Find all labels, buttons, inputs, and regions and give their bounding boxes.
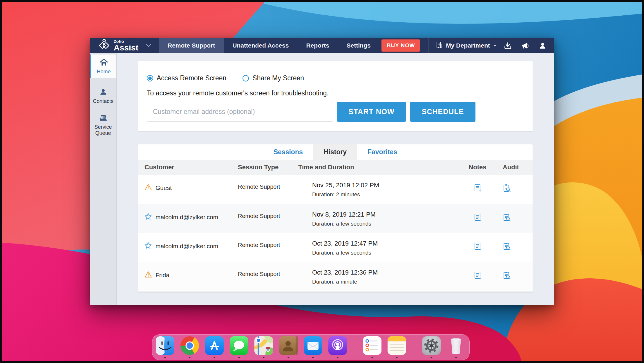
row-session-type: Remote Support bbox=[238, 242, 280, 248]
zoho-assist-window: Zoho Assist Remote Support Unattended Ac… bbox=[90, 38, 554, 305]
megaphone-icon[interactable] bbox=[516, 38, 534, 53]
running-indicator-dot bbox=[288, 357, 289, 358]
finder-icon bbox=[156, 336, 174, 355]
dock-app-mail[interactable] bbox=[304, 336, 322, 359]
trash-icon bbox=[447, 336, 465, 355]
row-time: Nov 8, 2019 12:21 PM bbox=[312, 211, 376, 218]
dock-app-contacts[interactable] bbox=[279, 336, 298, 359]
dock-app-trash[interactable] bbox=[447, 336, 465, 359]
start-now-button[interactable]: START NOW bbox=[337, 102, 406, 122]
main-content: Access Remote Screen Share My Screen To … bbox=[117, 53, 554, 305]
download-icon[interactable] bbox=[499, 38, 516, 53]
contacts-person-icon bbox=[100, 88, 107, 97]
svg-text:280: 280 bbox=[266, 349, 270, 351]
dock-app-app-store[interactable] bbox=[205, 336, 224, 359]
running-indicator-dot bbox=[455, 357, 457, 358]
brand-zoho: Zoho bbox=[114, 39, 138, 43]
audit-icon[interactable] bbox=[502, 271, 511, 280]
row-session-type: Remote Support bbox=[238, 271, 280, 277]
radio-share-my-screen[interactable]: Share My Screen bbox=[243, 74, 304, 82]
nav-tab-unattended-access[interactable]: Unattended Access bbox=[224, 38, 297, 53]
zoho-assist-logo[interactable]: Zoho Assist bbox=[90, 38, 159, 53]
service-queue-icon bbox=[99, 114, 107, 123]
running-indicator-dot bbox=[337, 357, 339, 358]
dock-app-reminders[interactable] bbox=[363, 336, 381, 359]
row-duration: Duration: 2 minutes bbox=[312, 191, 360, 198]
brand-chevron-down-icon[interactable] bbox=[146, 44, 151, 47]
row-customer: malcolm.d@zylker.com bbox=[155, 214, 218, 221]
table-row: malcolm.d@zylker.com Remote Support Oct … bbox=[138, 233, 533, 262]
table-row: malcolm.d@zylker.com Remote Support Nov … bbox=[138, 204, 533, 233]
sidebar-item-home[interactable]: Home bbox=[90, 55, 116, 78]
row-time: Oct 23, 2019 12:47 PM bbox=[312, 240, 378, 247]
nav-tabs: Remote Support Unattended Access Reports… bbox=[159, 38, 379, 53]
chrome-icon bbox=[180, 336, 199, 355]
add-note-icon[interactable] bbox=[473, 271, 482, 280]
warning-icon bbox=[144, 184, 152, 191]
radio-selected-icon bbox=[147, 75, 153, 81]
audit-icon[interactable] bbox=[502, 242, 511, 251]
dock-separator bbox=[353, 336, 357, 355]
department-selector[interactable]: My Department bbox=[428, 38, 499, 53]
user-account-icon[interactable] bbox=[534, 38, 551, 53]
col-customer: Customer bbox=[144, 160, 174, 175]
sidebar-item-service-queue[interactable]: Service Queue bbox=[90, 114, 116, 136]
sidebar-home-label: Home bbox=[97, 69, 111, 75]
col-time-duration: Time and Duration bbox=[298, 160, 354, 175]
add-note-icon[interactable] bbox=[473, 242, 482, 251]
running-indicator-dot bbox=[263, 357, 265, 358]
row-time: Nov 25, 2019 12:02 PM bbox=[312, 182, 379, 189]
history-table-header: Customer Session Type Time and Duration … bbox=[138, 160, 533, 175]
dock-app-maps[interactable]: 280 bbox=[254, 336, 273, 359]
home-icon bbox=[100, 59, 108, 67]
row-duration: Duration: a few seconds bbox=[312, 221, 371, 227]
row-customer: malcolm.d@zylker.com bbox=[155, 243, 218, 250]
radio-access-remote-screen[interactable]: Access Remote Screen bbox=[147, 74, 226, 82]
nav-tab-remote-support[interactable]: Remote Support bbox=[159, 38, 224, 53]
screen-mode-radios: Access Remote Screen Share My Screen bbox=[147, 74, 320, 82]
dock-app-podcasts[interactable] bbox=[328, 336, 347, 359]
add-note-icon[interactable] bbox=[473, 213, 482, 222]
buy-now-button[interactable]: BUY NOW bbox=[381, 39, 420, 52]
dock-app-notes[interactable] bbox=[388, 336, 406, 359]
audit-icon[interactable] bbox=[502, 213, 511, 222]
row-time: Oct 23, 2019 12:36 PM bbox=[312, 269, 378, 276]
radio-unselected-icon bbox=[243, 75, 249, 81]
reminders-icon bbox=[363, 336, 381, 355]
tab-sessions[interactable]: Sessions bbox=[263, 144, 313, 160]
star-icon[interactable] bbox=[144, 242, 152, 249]
sidebar-contacts-label: Contacts bbox=[93, 98, 113, 104]
nav-tab-reports[interactable]: Reports bbox=[297, 38, 338, 53]
session-start-card: Access Remote Screen Share My Screen To … bbox=[138, 61, 533, 131]
running-indicator-dot bbox=[312, 357, 314, 358]
dock-app-finder[interactable] bbox=[156, 336, 174, 359]
audit-icon[interactable] bbox=[502, 184, 511, 193]
dock-app-chrome[interactable] bbox=[180, 336, 199, 359]
tab-history[interactable]: History bbox=[313, 144, 357, 160]
dock-app-messages[interactable] bbox=[230, 336, 248, 359]
contacts-icon bbox=[279, 336, 298, 355]
row-customer: Guest bbox=[155, 184, 172, 191]
brand-assist: Assist bbox=[114, 44, 138, 52]
nav-tab-settings[interactable]: Settings bbox=[338, 38, 379, 53]
mail-icon bbox=[304, 336, 322, 355]
app-store-icon bbox=[205, 336, 224, 355]
dock-separator bbox=[412, 336, 416, 355]
maps-icon: 280 bbox=[254, 336, 273, 355]
department-building-icon bbox=[435, 41, 443, 50]
schedule-button[interactable]: SCHEDULE bbox=[410, 102, 475, 122]
session-description: To access your remote customer's screen … bbox=[147, 89, 329, 97]
col-audit: Audit bbox=[499, 160, 522, 175]
macos-dock: 280 bbox=[152, 334, 470, 360]
tab-favorites[interactable]: Favorites bbox=[357, 144, 408, 160]
star-icon[interactable] bbox=[144, 213, 152, 220]
add-note-icon[interactable] bbox=[473, 184, 482, 193]
col-notes: Notes bbox=[466, 160, 489, 175]
sidebar-item-contacts[interactable]: Contacts bbox=[90, 88, 116, 104]
department-caret-down-icon bbox=[493, 43, 497, 48]
warning-icon bbox=[144, 271, 152, 278]
desktop-screen: Zoho Assist Remote Support Unattended Ac… bbox=[0, 0, 644, 363]
row-customer: Frida bbox=[155, 272, 169, 279]
customer-email-input[interactable] bbox=[147, 102, 333, 122]
dock-app-system-preferences[interactable] bbox=[422, 336, 441, 359]
